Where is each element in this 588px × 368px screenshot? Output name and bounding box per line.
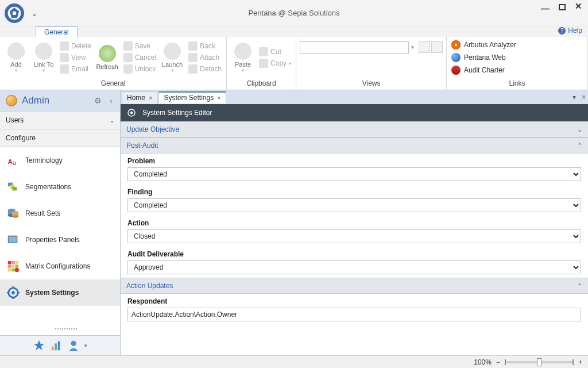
tabs-dropdown[interactable]: ▾	[570, 93, 578, 101]
arbutus-icon	[451, 40, 461, 49]
refresh-button[interactable]: Refresh	[95, 45, 120, 70]
sidebar-collapse-icon[interactable]: ‹	[108, 96, 114, 105]
detach-button[interactable]: Detach	[187, 64, 223, 74]
svg-rect-32	[52, 347, 54, 350]
svg-point-35	[71, 341, 76, 346]
ribbon-group-label: General	[0, 78, 226, 90]
sidebar-section-users[interactable]: Users⌄	[0, 111, 120, 129]
detach-icon	[188, 64, 198, 74]
attach-button[interactable]: Attach	[187, 52, 223, 63]
panel-post-audit[interactable]: Post-Audit⌃	[121, 137, 588, 154]
chevron-down-icon: ⌄	[110, 117, 114, 124]
title-bar: ⌄ Pentana @ Sepia Solutions — ✕	[0, 0, 588, 26]
panel-update-objective[interactable]: Update Objective⌄	[121, 121, 588, 137]
views-dropdown[interactable]: ▾	[411, 44, 414, 50]
paste-button[interactable]: Paste▾	[230, 43, 256, 73]
view-button[interactable]: View	[59, 52, 92, 63]
zoom-out-button[interactable]: −	[496, 358, 500, 366]
sidebar-item-segmentations[interactable]: Segmentations	[0, 174, 120, 200]
finding-select[interactable]: Completed	[127, 198, 581, 212]
svg-text:a: a	[13, 159, 17, 166]
link-audit-charter[interactable]: Audit Charter	[450, 65, 517, 75]
svg-rect-20	[11, 264, 15, 268]
properties-icon	[7, 233, 20, 246]
admin-icon	[6, 95, 17, 106]
sidebar-item-result-sets[interactable]: Result Sets	[0, 200, 120, 227]
add-button[interactable]: Add▾	[3, 43, 29, 73]
respondent-input[interactable]	[127, 308, 581, 321]
pdf-icon	[451, 66, 461, 75]
svg-rect-18	[16, 261, 18, 264]
tab-home[interactable]: Home×	[122, 91, 157, 103]
svg-point-37	[130, 112, 133, 114]
svg-point-24	[15, 268, 19, 272]
sidebar-item-terminology[interactable]: AaTerminology	[0, 147, 120, 174]
close-button[interactable]: ✕	[572, 2, 585, 10]
copy-button[interactable]: Copy ▾	[258, 58, 292, 68]
cut-icon	[259, 47, 268, 56]
sidebar-title: Admin	[22, 95, 88, 106]
audit-deliverable-select[interactable]: Approved	[127, 260, 581, 274]
ribbon-tab-general[interactable]: General	[36, 26, 78, 37]
sidebar-section-configure[interactable]: Configure	[0, 129, 120, 147]
cancel-icon	[123, 53, 133, 62]
bottom-icon-2[interactable]	[50, 339, 63, 352]
link-pentana-web[interactable]: Pentana Web	[450, 52, 517, 63]
ribbon: Add▾ Link To▾ Delete View Email Refresh …	[0, 37, 588, 90]
zoom-in-button[interactable]: +	[578, 358, 582, 366]
field-finding: Finding Completed	[121, 185, 588, 216]
zoom-slider[interactable]	[505, 361, 574, 363]
editor-tabs: Home× System Settings× ▾ ×	[121, 90, 588, 104]
svg-rect-21	[16, 264, 18, 268]
tab-system-settings[interactable]: System Settings×	[158, 91, 226, 103]
panel-action-updates[interactable]: Action Updates⌃	[121, 278, 588, 294]
tabs-close-all[interactable]: ×	[579, 93, 588, 101]
svg-point-26	[11, 291, 15, 294]
bottom-icon-1[interactable]	[33, 339, 45, 352]
problem-select[interactable]: Completed	[127, 167, 581, 181]
link-to-button[interactable]: Link To▾	[31, 43, 56, 73]
svg-point-12	[12, 215, 18, 218]
save-button[interactable]: Save	[122, 41, 157, 51]
delete-button[interactable]: Delete	[59, 41, 92, 51]
chevron-up-icon: ⌃	[577, 282, 582, 290]
unlock-button[interactable]: Unlock	[122, 64, 157, 74]
editor-title: System Settings Editor	[142, 109, 212, 117]
terminology-icon: Aa	[7, 154, 20, 167]
cut-button[interactable]: Cut	[258, 47, 292, 57]
svg-rect-34	[58, 342, 60, 351]
ribbon-group-label: Views	[296, 78, 446, 90]
delete-icon	[60, 41, 69, 51]
close-icon[interactable]: ×	[217, 94, 220, 101]
email-icon	[60, 64, 69, 74]
close-icon[interactable]: ×	[149, 94, 152, 101]
globe-icon	[451, 53, 461, 62]
cancel-button[interactable]: Cancel	[122, 52, 157, 63]
bottom-dropdown[interactable]: ▾	[84, 343, 87, 348]
minimize-button[interactable]: —	[539, 5, 552, 13]
segmentations-icon	[7, 181, 20, 193]
maximize-button[interactable]	[559, 4, 566, 10]
link-arbutus[interactable]: Arbutus Analyzer	[450, 40, 517, 50]
sidebar-settings-icon[interactable]: ⚙	[92, 96, 103, 105]
link-icon	[35, 43, 52, 60]
views-extra-2[interactable]	[431, 41, 443, 53]
bottom-icon-3[interactable]	[67, 339, 80, 352]
email-button[interactable]: Email	[59, 64, 92, 74]
sidebar-item-system-settings[interactable]: System Settings	[0, 279, 120, 306]
svg-rect-6	[12, 187, 17, 190]
quick-access-dropdown[interactable]: ⌄	[31, 9, 38, 18]
launch-button[interactable]: Launch▾	[160, 43, 185, 73]
sidebar-item-properties-panels[interactable]: Properties Panels	[0, 227, 120, 253]
views-extra-1[interactable]	[419, 41, 430, 53]
action-select[interactable]: Closed	[127, 229, 581, 243]
back-icon	[188, 41, 198, 51]
sidebar-item-matrix-configurations[interactable]: Matrix Configurations	[0, 253, 120, 279]
help-link[interactable]: Help	[558, 26, 582, 34]
back-button[interactable]: Back	[187, 41, 223, 51]
app-icon	[5, 3, 24, 23]
unlock-icon	[123, 64, 133, 74]
field-problem: Problem Completed	[121, 154, 588, 185]
views-search-input[interactable]	[300, 41, 409, 54]
copy-icon	[259, 59, 268, 68]
